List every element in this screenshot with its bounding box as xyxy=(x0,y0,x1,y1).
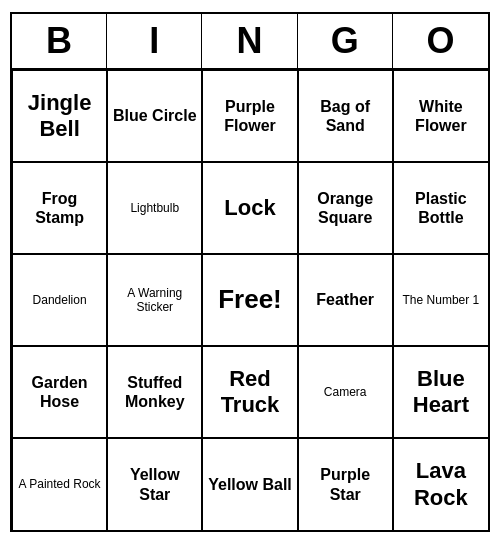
bingo-cell-16: Stuffed Monkey xyxy=(107,346,202,438)
bingo-cell-17: Red Truck xyxy=(202,346,297,438)
bingo-cell-6: Lightbulb xyxy=(107,162,202,254)
bingo-cell-23: Purple Star xyxy=(298,438,393,530)
header-letter-i: I xyxy=(107,14,202,68)
bingo-header: BINGO xyxy=(12,14,488,70)
header-letter-g: G xyxy=(298,14,393,68)
bingo-cell-11: A Warning Sticker xyxy=(107,254,202,346)
bingo-cell-21: Yellow Star xyxy=(107,438,202,530)
bingo-cell-2: Purple Flower xyxy=(202,70,297,162)
bingo-grid: Jingle BellBlue CirclePurple FlowerBag o… xyxy=(12,70,488,530)
bingo-cell-9: Plastic Bottle xyxy=(393,162,488,254)
bingo-cell-0: Jingle Bell xyxy=(12,70,107,162)
bingo-cell-4: White Flower xyxy=(393,70,488,162)
bingo-cell-14: The Number 1 xyxy=(393,254,488,346)
header-letter-o: O xyxy=(393,14,488,68)
bingo-cell-12: Free! xyxy=(202,254,297,346)
bingo-cell-15: Garden Hose xyxy=(12,346,107,438)
bingo-cell-7: Lock xyxy=(202,162,297,254)
bingo-cell-8: Orange Square xyxy=(298,162,393,254)
bingo-cell-20: A Painted Rock xyxy=(12,438,107,530)
bingo-cell-3: Bag of Sand xyxy=(298,70,393,162)
bingo-cell-10: Dandelion xyxy=(12,254,107,346)
bingo-cell-18: Camera xyxy=(298,346,393,438)
header-letter-b: B xyxy=(12,14,107,68)
bingo-card: BINGO Jingle BellBlue CirclePurple Flowe… xyxy=(10,12,490,532)
bingo-cell-1: Blue Circle xyxy=(107,70,202,162)
bingo-cell-24: Lava Rock xyxy=(393,438,488,530)
bingo-cell-22: Yellow Ball xyxy=(202,438,297,530)
bingo-cell-19: Blue Heart xyxy=(393,346,488,438)
bingo-cell-5: Frog Stamp xyxy=(12,162,107,254)
bingo-cell-13: Feather xyxy=(298,254,393,346)
header-letter-n: N xyxy=(202,14,297,68)
